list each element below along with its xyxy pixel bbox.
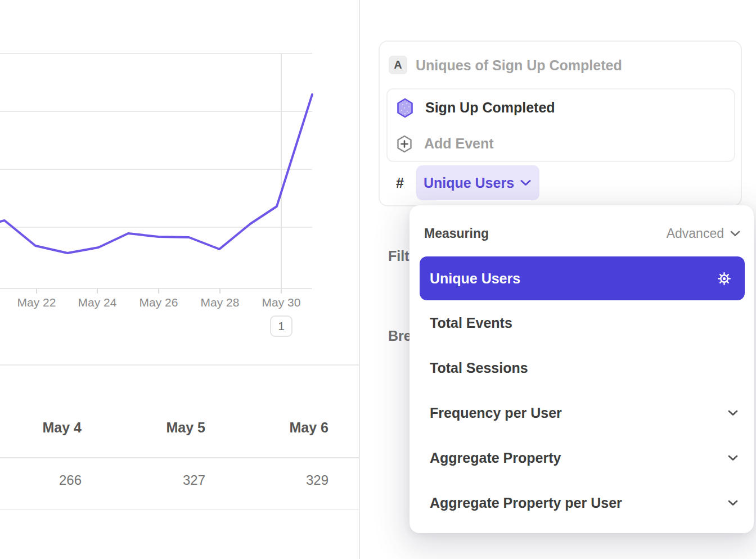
results-table: May 4 May 5 May 6 266 327 329 (0, 364, 359, 511)
x-axis-tick-label: May 26 (140, 296, 178, 309)
gear-settings-icon[interactable] (717, 271, 732, 286)
clause-letter-badge: A (389, 56, 407, 74)
chevron-down-icon (520, 179, 531, 186)
table-header-separator (0, 457, 359, 458)
line-chart-panel: May 22May 24May 26May 28May 30 1 (0, 0, 359, 366)
menu-item-unique-users-selected[interactable]: Unique Users (420, 256, 745, 300)
measuring-menu-items: Total Events Total Sessions Frequency pe… (420, 300, 745, 525)
analytics-insights-page: May 22May 24May 26May 28May 30 1 May 4 M… (0, 0, 756, 559)
x-axis-tick-label: May 30 (262, 296, 301, 309)
table-cell-value: 329 (205, 472, 328, 488)
chevron-down-icon (730, 231, 740, 237)
pagination-page-label: 1 (278, 319, 285, 333)
x-axis-tick-label: May 24 (78, 296, 117, 309)
measuring-label: Measuring (424, 226, 489, 241)
chevron-down-icon (728, 410, 738, 416)
trend-chart-svg (0, 0, 359, 366)
event-name-label: Sign Up Completed (425, 100, 555, 116)
query-builder-card: A Uniques of Sign Up Completed Sign Up C… (379, 40, 742, 206)
table-cell-value: 327 (82, 472, 205, 488)
table-column-header[interactable]: May 5 (82, 420, 205, 436)
counting-method-value: Unique Users (424, 175, 514, 191)
menu-item-label: Total Sessions (430, 360, 528, 376)
counting-method-dropdown-trigger[interactable]: Unique Users (416, 165, 539, 200)
advanced-mode-toggle[interactable]: Advanced (667, 226, 740, 241)
counting-method-row: # Unique Users (396, 165, 539, 201)
event-row-sign-up-completed[interactable]: Sign Up Completed (388, 89, 734, 126)
menu-item-aggregate-property[interactable]: Aggregate Property (420, 435, 745, 480)
x-axis-tick-label: May 22 (17, 296, 56, 309)
add-event-button[interactable]: Add Event (388, 125, 734, 162)
advanced-mode-label: Advanced (667, 226, 724, 241)
menu-item-label: Total Events (430, 315, 512, 331)
menu-item-label: Aggregate Property per User (430, 495, 622, 511)
table-column-header[interactable]: May 4 (0, 420, 82, 436)
measuring-menu-header: Measuring Advanced (410, 205, 754, 256)
table-column-header[interactable]: May 6 (205, 420, 328, 436)
menu-item-aggregate-property-per-user[interactable]: Aggregate Property per User (420, 480, 745, 525)
menu-item-label: Aggregate Property (430, 450, 561, 466)
add-event-hexagon-plus-icon (397, 135, 412, 153)
selected-item-label: Unique Users (430, 271, 520, 287)
menu-item-total-events[interactable]: Total Events (420, 300, 745, 345)
x-axis-tick-label: May 28 (201, 296, 240, 309)
panel-divider (359, 0, 360, 559)
add-event-label: Add Event (424, 136, 494, 152)
menu-item-frequency-per-user[interactable]: Frequency per User (420, 390, 745, 435)
hash-symbol: # (396, 175, 404, 191)
table-cell-value: 266 (0, 472, 82, 488)
event-list-card: Sign Up Completed Add Event (386, 88, 735, 162)
table-row-separator (0, 509, 359, 510)
menu-item-label: Frequency per User (430, 405, 562, 421)
measuring-dropdown-menu: Measuring Advanced Unique Users Total Ev… (410, 205, 754, 533)
chevron-down-icon (728, 500, 738, 506)
menu-item-total-sessions[interactable]: Total Sessions (420, 345, 745, 390)
pagination-page-button[interactable]: 1 (270, 315, 292, 337)
clause-title: Uniques of Sign Up Completed (416, 57, 622, 73)
event-hexagon-icon (397, 98, 413, 118)
chevron-down-icon (728, 455, 738, 461)
